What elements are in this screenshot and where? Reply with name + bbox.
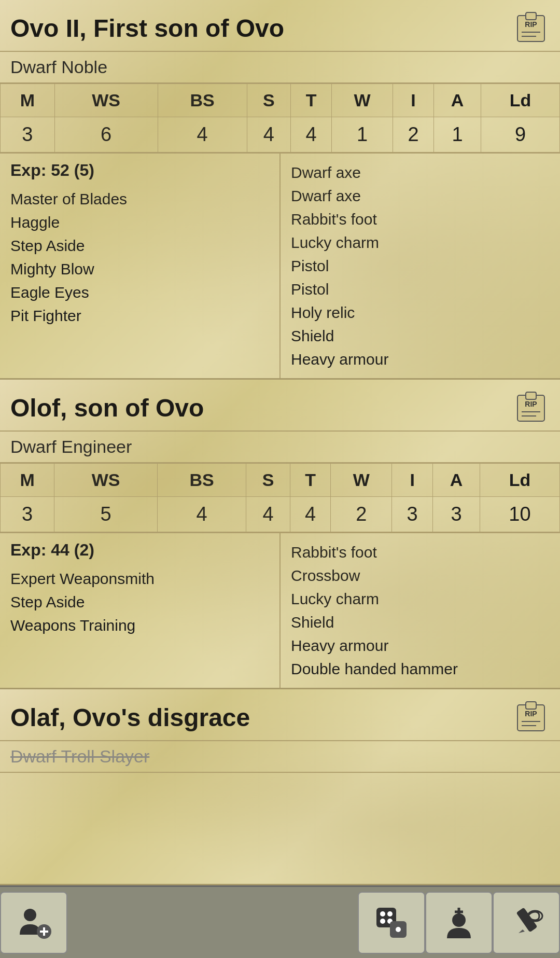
list-item: Holy relic (291, 301, 550, 324)
edit-button[interactable] (493, 892, 560, 954)
svg-point-22 (380, 919, 385, 924)
add-character-button[interactable] (0, 892, 67, 954)
stat-value: 3 (432, 497, 480, 532)
character-name-olof: Olof, son of Ovo (10, 394, 204, 422)
svg-text:RIP: RIP (525, 710, 537, 718)
stat-value: 6 (54, 117, 158, 152)
stat-header-t: T (291, 84, 332, 117)
svg-rect-6 (526, 392, 536, 399)
stat-header-m: M (1, 464, 54, 497)
svg-text:RIP: RIP (525, 400, 537, 408)
equip-list-ovo2: Dwarf axeDwarf axeRabbit's footLucky cha… (291, 161, 550, 371)
rip-icon-olof: RIP (512, 389, 550, 426)
svg-point-20 (380, 911, 385, 917)
list-item: Rabbit's foot (291, 207, 550, 231)
stat-header-w: W (332, 84, 393, 117)
character-type-olof: Dwarf Engineer (0, 432, 560, 463)
list-item: Shield (291, 610, 550, 634)
svg-rect-1 (526, 12, 536, 20)
dice-button[interactable] (358, 892, 425, 954)
list-item: Pistol (291, 277, 550, 301)
stat-header-w: W (331, 464, 392, 497)
stat-value: 1 (332, 117, 393, 152)
stat-header-m: M (1, 84, 55, 117)
add-skill-button[interactable] (425, 892, 493, 954)
card-body-olof: Exp: 44 (2) Expert WeaponsmithStep Aside… (0, 532, 560, 688)
svg-rect-11 (526, 702, 536, 709)
stat-value: 5 (54, 497, 157, 532)
stat-header-i: I (392, 464, 433, 497)
stat-value: 2 (393, 117, 434, 152)
list-item: Crossbow (291, 564, 550, 587)
character-type-olaf: Dwarf Troll Slayer (0, 741, 560, 773)
character-card-olof: Olof, son of Ovo RIP Dwarf Engineer MWSB… (0, 380, 560, 689)
stat-header-s: S (247, 84, 290, 117)
list-item: Expert Weaponsmith (10, 567, 269, 590)
stat-value: 1 (434, 117, 481, 152)
equipment-col-ovo2: Dwarf axeDwarf axeRabbit's footLucky cha… (281, 154, 560, 378)
card-header-olaf: Olaf, Ovo's disgrace RIP (0, 689, 560, 741)
stat-header-ld: Ld (480, 464, 559, 497)
list-item: Weapons Training (10, 614, 269, 637)
list-item: Dwarf axe (291, 184, 550, 207)
stat-value: 3 (1, 117, 55, 152)
character-type-ovo2: Dwarf Noble (0, 52, 560, 84)
list-item: Shield (291, 324, 550, 348)
stat-value: 4 (290, 497, 331, 532)
list-item: Haggle (10, 211, 269, 234)
skills-list-olof: Expert WeaponsmithStep AsideWeapons Trai… (10, 567, 269, 637)
stat-header-ws: WS (54, 464, 157, 497)
character-name-olaf: Olaf, Ovo's disgrace (10, 703, 250, 732)
exp-olof: Exp: 44 (2) (10, 540, 269, 560)
equipment-col-olof: Rabbit's footCrossbowLucky charmShieldHe… (281, 533, 560, 688)
stat-header-a: A (432, 464, 480, 497)
card-header-ovo2: Ovo II, First son of Ovo RIP (0, 0, 560, 52)
stat-value: 4 (246, 497, 290, 532)
svg-point-25 (396, 927, 401, 932)
stat-header-ws: WS (54, 84, 158, 117)
skills-col-olof: Exp: 44 (2) Expert WeaponsmithStep Aside… (0, 533, 281, 688)
list-item: Rabbit's foot (291, 540, 550, 564)
exp-ovo2: Exp: 52 (5) (10, 161, 269, 180)
card-header-olof: Olof, son of Ovo RIP (0, 380, 560, 432)
stat-header-bs: BS (158, 84, 247, 117)
svg-point-15 (24, 909, 36, 921)
svg-marker-30 (519, 929, 525, 933)
list-item: Mighty Blow (10, 257, 269, 281)
skills-list-ovo2: Master of BladesHaggleStep AsideMighty B… (10, 187, 269, 327)
list-item: Pit Fighter (10, 304, 269, 327)
list-item: Step Aside (10, 590, 269, 614)
stat-header-t: T (290, 464, 331, 497)
list-item: Dwarf axe (291, 161, 550, 184)
svg-point-21 (387, 911, 393, 917)
character-card-olaf: Olaf, Ovo's disgrace RIP Dwarf Troll Sla… (0, 689, 560, 885)
stat-value: 10 (480, 497, 559, 532)
stats-table-olof: MWSBSSTWIALd 3544423310 (0, 463, 560, 532)
list-item: Lucky charm (291, 231, 550, 254)
stat-value: 3 (392, 497, 433, 532)
stat-value: 4 (158, 117, 247, 152)
stat-header-bs: BS (157, 464, 246, 497)
equip-list-olof: Rabbit's footCrossbowLucky charmShieldHe… (291, 540, 550, 681)
bottom-toolbar (0, 885, 560, 958)
list-item: Eagle Eyes (10, 281, 269, 304)
list-item: Step Aside (10, 234, 269, 257)
character-card-ovo2: Ovo II, First son of Ovo RIP Dwarf Noble… (0, 0, 560, 380)
stat-header-i: I (393, 84, 434, 117)
card-body-ovo2: Exp: 52 (5) Master of BladesHaggleStep A… (0, 152, 560, 378)
stat-value: 4 (157, 497, 246, 532)
stat-value: 9 (481, 117, 560, 152)
stat-value: 3 (1, 497, 54, 532)
list-item: Lucky charm (291, 587, 550, 610)
list-item: Double handed hammer (291, 657, 550, 681)
rip-icon-ovo2: RIP (512, 9, 550, 47)
stat-header-a: A (434, 84, 481, 117)
stat-header-s: S (246, 464, 290, 497)
skills-col-ovo2: Exp: 52 (5) Master of BladesHaggleStep A… (0, 154, 281, 378)
list-item: Pistol (291, 254, 550, 277)
character-name-ovo2: Ovo II, First son of Ovo (10, 14, 284, 43)
list-item: Heavy armour (291, 348, 550, 371)
rip-icon-olaf: RIP (512, 699, 550, 736)
stat-header-ld: Ld (481, 84, 560, 117)
list-item: Master of Blades (10, 187, 269, 211)
